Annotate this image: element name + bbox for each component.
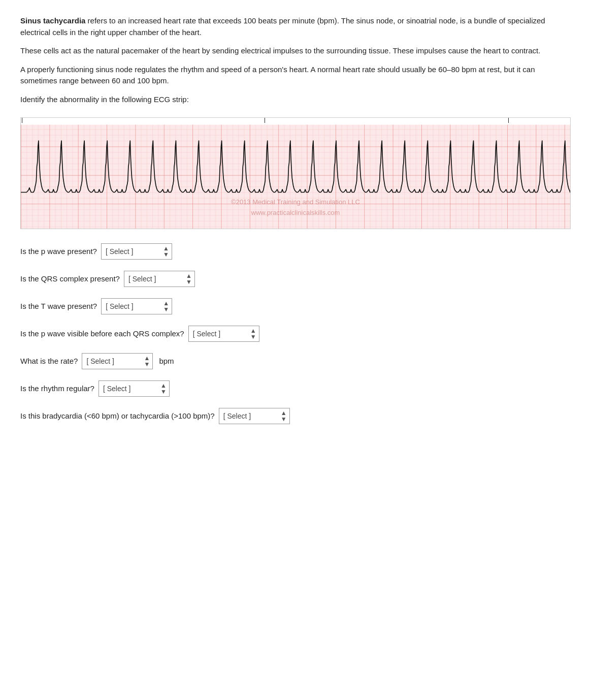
question-label-4: Is the p wave visible before each QRS co… [20, 328, 184, 340]
select-t-wave[interactable]: [ Select ] Yes No [101, 298, 172, 314]
select-wrapper-6[interactable]: [ Select ] Yes No ▲▼ [98, 380, 170, 397]
question-label-3: Is the T wave present? [20, 301, 97, 312]
select-wrapper-3[interactable]: [ Select ] Yes No ▲▼ [101, 298, 172, 314]
bold-term: Sinus tachycardia [20, 16, 85, 25]
paragraph-1: Sinus tachycardia refers to an increased… [20, 15, 571, 38]
select-rate[interactable]: [ Select ] 60 80 100 120 150 [82, 353, 153, 369]
select-qrs-complex[interactable]: [ Select ] Yes No [124, 271, 195, 287]
question-row-6: Is the rhythm regular? [ Select ] Yes No… [20, 380, 571, 397]
paragraph-4: Identify the abnormality in the followin… [20, 94, 571, 106]
paragraph-2-text: These cells act as the natural pacemaker… [20, 46, 540, 55]
question-row-7: Is this bradycardia (<60 bpm) or tachyca… [20, 408, 571, 424]
paragraph-4-text: Identify the abnormality in the followin… [20, 95, 189, 104]
select-wrapper-7[interactable]: [ Select ] Bradycardia Tachycardia Norma… [219, 408, 290, 424]
question-row-4: Is the p wave visible before each QRS co… [20, 326, 571, 342]
select-p-wave[interactable]: [ Select ] Yes No [101, 243, 172, 260]
questions-section: Is the p wave present? [ Select ] Yes No… [20, 243, 571, 424]
question-row-1: Is the p wave present? [ Select ] Yes No… [20, 243, 571, 260]
ecg-strip: ©2013 Medical Training and Simulation LL… [20, 117, 571, 229]
paragraph-3-text: A properly functioning sinus node regula… [20, 65, 535, 85]
select-wrapper-2[interactable]: [ Select ] Yes No ▲▼ [124, 271, 195, 287]
question-row-5: What is the rate? [ Select ] 60 80 100 1… [20, 353, 571, 369]
svg-rect-2 [21, 125, 570, 229]
select-brady-tachy[interactable]: [ Select ] Bradycardia Tachycardia Norma… [219, 408, 290, 424]
question-label-7: Is this bradycardia (<60 bpm) or tachyca… [20, 410, 215, 422]
question-label-2: Is the QRS complex present? [20, 273, 120, 285]
select-wrapper-1[interactable]: [ Select ] Yes No ▲▼ [101, 243, 172, 260]
paragraph-1-text: refers to an increased heart rate that e… [20, 16, 545, 37]
bpm-unit: bpm [159, 356, 174, 367]
question-label-6: Is the rhythm regular? [20, 383, 94, 395]
paragraph-2: These cells act as the natural pacemaker… [20, 45, 571, 57]
paragraph-3: A properly functioning sinus node regula… [20, 64, 571, 87]
question-label-5: What is the rate? [20, 356, 78, 367]
question-label-1: Is the p wave present? [20, 246, 97, 258]
select-wrapper-5[interactable]: [ Select ] 60 80 100 120 150 ▲▼ [82, 353, 153, 369]
select-p-before-qrs[interactable]: [ Select ] Yes No [188, 326, 259, 342]
select-wrapper-4[interactable]: [ Select ] Yes No ▲▼ [188, 326, 259, 342]
question-row-2: Is the QRS complex present? [ Select ] Y… [20, 271, 571, 287]
select-rhythm[interactable]: [ Select ] Yes No [98, 380, 170, 397]
ecg-svg [21, 118, 570, 229]
question-row-3: Is the T wave present? [ Select ] Yes No… [20, 298, 571, 314]
